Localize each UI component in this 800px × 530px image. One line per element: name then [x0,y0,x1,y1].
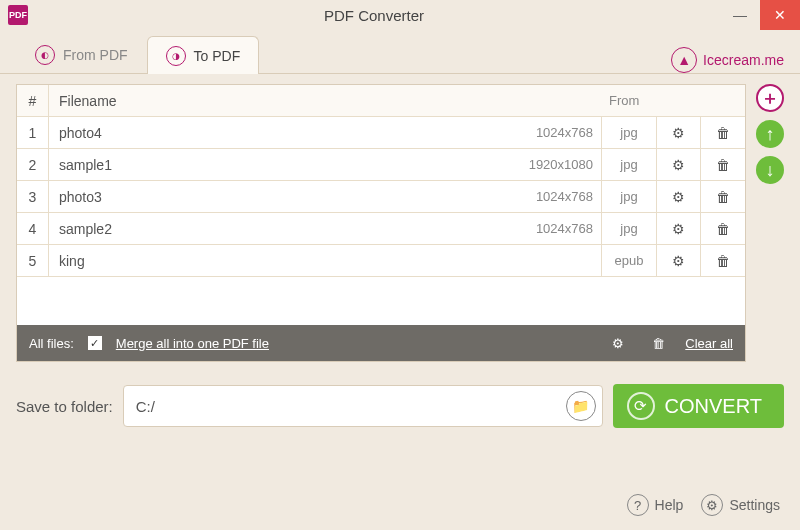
row-settings-icon[interactable]: ⚙ [657,245,701,276]
row-from: jpg [601,181,657,212]
table-empty-space [17,277,745,325]
help-icon: ? [627,494,649,516]
convert-button[interactable]: ⟳ CONVERT [613,384,784,428]
all-files-label: All files: [29,336,74,351]
row-index: 2 [17,149,49,180]
row-delete-icon[interactable]: 🗑 [701,245,745,276]
table-row[interactable]: 5 king epub ⚙ 🗑 [17,245,745,277]
table-row[interactable]: 3 photo3 1024x768 jpg ⚙ 🗑 [17,181,745,213]
row-from: jpg [601,117,657,148]
col-filename: Filename [49,85,511,116]
row-index: 5 [17,245,49,276]
row-dimensions: 1024x768 [511,213,601,244]
refresh-icon: ⟳ [627,392,655,420]
all-files-bar: All files: ✓ Merge all into one PDF file… [17,325,745,361]
row-dimensions: 1920x1080 [511,149,601,180]
footer: ? Help ⚙ Settings [627,494,780,516]
row-filename: sample1 [49,149,511,180]
save-label: Save to folder: [16,398,113,415]
titlebar: PDF PDF Converter — ✕ [0,0,800,30]
icecream-icon: ▲ [671,47,697,73]
to-pdf-icon: ◑ [166,46,186,66]
col-from: From [601,85,745,116]
brand-link[interactable]: ▲ Icecream.me [671,47,784,73]
from-pdf-icon: ◐ [35,45,55,65]
settings-label: Settings [729,497,780,513]
save-row: Save to folder: C:/ 📁 ⟳ CONVERT [16,384,784,428]
row-dimensions: 1024x768 [511,181,601,212]
merge-checkbox[interactable]: ✓ [88,336,102,350]
table-header: # Filename From [17,85,745,117]
app-icon: PDF [8,5,28,25]
tab-label: To PDF [194,48,241,64]
all-delete-icon[interactable]: 🗑 [652,336,665,351]
row-delete-icon[interactable]: 🗑 [701,181,745,212]
tab-to-pdf[interactable]: ◑ To PDF [147,36,260,74]
save-path-input[interactable]: C:/ 📁 [123,385,603,427]
row-delete-icon[interactable]: 🗑 [701,117,745,148]
table-row[interactable]: 2 sample1 1920x1080 jpg ⚙ 🗑 [17,149,745,181]
brand-text: Icecream.me [703,52,784,68]
minimize-button[interactable]: — [720,0,760,30]
row-delete-icon[interactable]: 🗑 [701,149,745,180]
close-button[interactable]: ✕ [760,0,800,30]
add-file-button[interactable]: ＋ [756,84,784,112]
move-down-button[interactable]: ↓ [756,156,784,184]
row-filename: photo4 [49,117,511,148]
col-dimensions [511,85,601,116]
row-settings-icon[interactable]: ⚙ [657,149,701,180]
settings-link[interactable]: ⚙ Settings [701,494,780,516]
row-dimensions: 1024x768 [511,117,601,148]
row-from: epub [601,245,657,276]
row-filename: photo3 [49,181,511,212]
move-up-button[interactable]: ↑ [756,120,784,148]
row-settings-icon[interactable]: ⚙ [657,181,701,212]
file-table: # Filename From 1 photo4 1024x768 jpg ⚙ … [16,84,746,362]
merge-label[interactable]: Merge all into one PDF file [116,336,269,351]
help-label: Help [655,497,684,513]
row-index: 4 [17,213,49,244]
side-buttons: ＋ ↑ ↓ [756,84,784,362]
row-from: jpg [601,213,657,244]
row-settings-icon[interactable]: ⚙ [657,213,701,244]
row-index: 3 [17,181,49,212]
all-settings-icon[interactable]: ⚙ [612,336,624,351]
settings-icon: ⚙ [701,494,723,516]
clear-all[interactable]: Clear all [685,336,733,351]
help-link[interactable]: ? Help [627,494,684,516]
table-row[interactable]: 1 photo4 1024x768 jpg ⚙ 🗑 [17,117,745,149]
row-filename: king [49,245,511,276]
row-index: 1 [17,117,49,148]
row-delete-icon[interactable]: 🗑 [701,213,745,244]
table-row[interactable]: 4 sample2 1024x768 jpg ⚙ 🗑 [17,213,745,245]
tab-label: From PDF [63,47,128,63]
row-from: jpg [601,149,657,180]
row-filename: sample2 [49,213,511,244]
tabs-row: ◐ From PDF ◑ To PDF ▲ Icecream.me [0,30,800,74]
convert-label: CONVERT [665,395,762,418]
row-settings-icon[interactable]: ⚙ [657,117,701,148]
row-dimensions [511,245,601,276]
save-path-text: C:/ [136,398,155,415]
col-index: # [17,85,49,116]
tab-from-pdf[interactable]: ◐ From PDF [16,35,147,73]
window-title: PDF Converter [28,7,720,24]
browse-folder-icon[interactable]: 📁 [566,391,596,421]
